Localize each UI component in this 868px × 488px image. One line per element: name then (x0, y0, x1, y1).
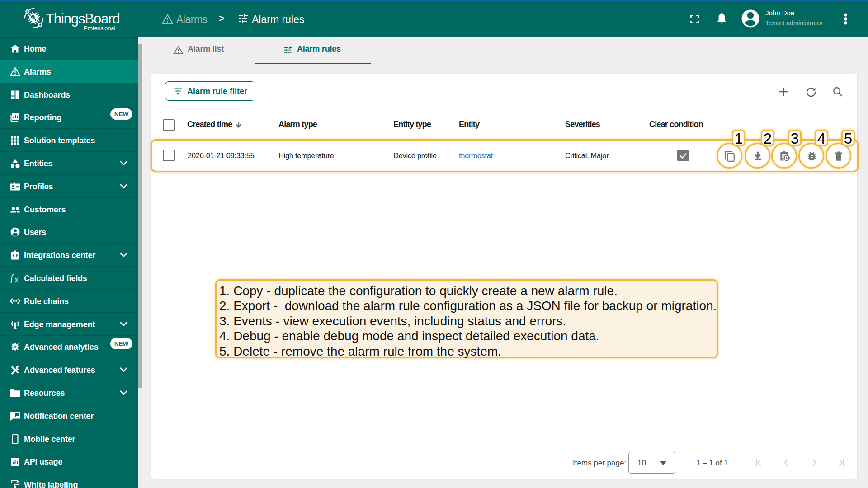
svg-text:f: f (10, 273, 14, 283)
svg-text:x: x (15, 276, 18, 283)
